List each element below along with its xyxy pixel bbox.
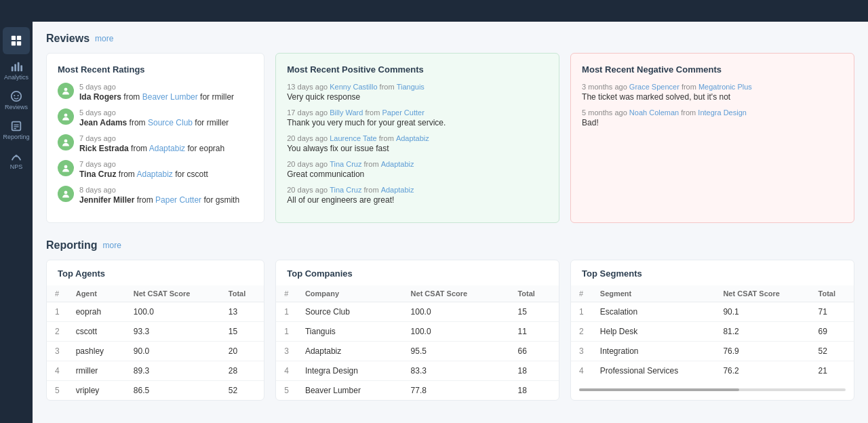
positive-item: 20 days ago Tina Cruz from Adaptabiz Gre… [287,160,548,179]
sidebar-item-nps[interactable]: NPS [3,146,30,174]
positive-text: 17 days ago Billy Ward from Paper Cutter… [287,108,548,127]
rating-name: Jennifer Miller [79,195,134,205]
rating-name: Jean Adams [79,118,127,127]
top-segments-table: # Segment Net CSAT Score Total 1 Escalat… [571,285,854,380]
negative-text: 5 months ago Noah Coleman from Integra D… [582,108,843,127]
top-segments-title: Top Segments [571,260,854,285]
agent-rank: 1 [47,302,68,322]
nps-label: NPS [10,163,23,170]
rating-from: from [119,169,137,179]
table-row: 3 Integration 76.9 52 [571,342,854,361]
svg-rect-2 [12,41,16,45]
positive-time: 13 days ago [287,83,328,91]
rating-meta: 7 days ago [79,160,253,168]
agent-rank: 3 [47,342,68,361]
positive-time: 17 days ago [287,108,328,117]
reviews-label: Reviews [5,104,28,110]
agents-col-score: Net CSAT Score [125,285,220,302]
sidebar-item-analytics[interactable]: Analytics [3,57,30,84]
negative-time: 3 months ago [582,83,627,91]
table-scrollbar[interactable] [571,380,854,397]
agent-score: 93.3 [125,322,220,342]
segment-score: 76.2 [715,361,810,381]
company-name: Source Club [297,302,403,322]
positive-company: Adaptabiz [381,160,414,168]
reviews-cards-row: Most Recent Ratings 5 days ago Ida Roger… [46,53,854,223]
svg-rect-11 [12,122,21,131]
svg-point-15 [15,155,18,157]
table-row: 2 Help Desk 81.2 69 [571,322,854,342]
rating-item: 7 days ago Tina Cruz from Adaptabiz for … [58,160,253,179]
avatar [58,83,74,99]
rating-meta: 7 days ago [79,134,253,142]
positive-time: 20 days ago [287,160,328,168]
rating-agent: rmiller [212,92,234,102]
negative-item: 5 months ago Noah Coleman from Integra D… [582,108,843,127]
rating-company: Adaptabiz [136,169,172,179]
positive-meta: 13 days ago Kenny Castillo from Tianguis [287,83,548,91]
agent-total: 52 [220,381,264,401]
reviews-title: Reviews [46,33,90,45]
table-row: 1 Escalation 90.1 71 [571,302,854,322]
sidebar-item-grid[interactable] [3,27,30,54]
svg-point-9 [14,95,15,96]
company-total: 11 [509,322,559,342]
agent-rank: 2 [47,322,68,342]
positive-meta: 20 days ago Tina Cruz from Adaptabiz [287,160,548,168]
avatar [58,108,74,125]
most-recent-positive-title: Most Recent Positive Comments [287,64,548,75]
table-row: 4 rmiller 89.3 28 [47,361,264,381]
positive-name: Tina Cruz [330,160,361,168]
rating-agent: rmiller [207,118,229,127]
segment-score: 76.9 [715,342,810,361]
negative-name: Noah Coleman [629,108,679,117]
sidebar: Analytics Reviews Reporting NPS [0,22,33,423]
company-rank: 1 [276,302,297,322]
company-name: Beaver Lumber [297,381,403,401]
reporting-more-link[interactable]: more [103,241,121,250]
companies-col-rank: # [276,285,297,302]
top-agents-title: Top Agents [47,260,264,285]
rating-text: 7 days ago Tina Cruz from Adaptabiz for … [79,160,253,179]
positive-from: from [365,108,382,117]
segment-rank: 3 [571,342,592,361]
agent-rank: 4 [47,361,68,381]
rating-from: from [130,118,148,127]
agent-name: eoprah [68,302,125,322]
rating-company: Beaver Lumber [142,92,198,102]
positive-text: 20 days ago Laurence Tate from Adaptabiz… [287,134,548,153]
segment-name: Help Desk [592,322,715,342]
agent-total: 13 [220,302,264,322]
positive-name: Tina Cruz [330,186,361,194]
reviews-more-link[interactable]: more [95,34,113,43]
negative-company: Megatronic Plus [698,83,752,91]
company-total: 18 [509,361,559,381]
negative-from: from [681,108,698,117]
positive-text: 20 days ago Tina Cruz from Adaptabiz Gre… [287,160,548,179]
negative-comment: Bad! [582,118,843,127]
company-total: 18 [509,381,559,401]
rating-text: 8 days ago Jennifer Miller from Paper Cu… [79,186,253,205]
agent-score: 90.0 [125,342,220,361]
ratings-list: 5 days ago Ida Rogers from Beaver Lumber… [58,83,253,205]
companies-col-company: Company [297,285,403,302]
positive-company: Adaptabiz [381,186,414,194]
main-content: Reviews more Most Recent Ratings 5 days … [33,22,868,423]
table-row: 4 Integra Design 83.3 18 [276,361,559,381]
sidebar-item-reviews[interactable]: Reviews [3,87,30,114]
agents-col-total: Total [220,285,264,302]
rating-time: 8 days ago [79,186,116,194]
most-recent-negative-card: Most Recent Negative Comments 3 months a… [570,53,854,223]
rating-text: 5 days ago Jean Adams from Source Club f… [79,108,253,127]
rating-agent: cscott [187,169,208,179]
rating-time: 5 days ago [79,108,116,117]
svg-point-18 [64,139,68,142]
company-total: 15 [509,302,559,322]
svg-rect-7 [20,65,22,71]
segment-total: 52 [810,342,854,361]
company-name: Adaptabiz [297,342,403,361]
positive-from: from [380,83,397,91]
sidebar-item-reporting[interactable]: Reporting [3,117,30,144]
rating-company: Adaptabiz [149,144,185,153]
rating-from: from [123,92,142,102]
